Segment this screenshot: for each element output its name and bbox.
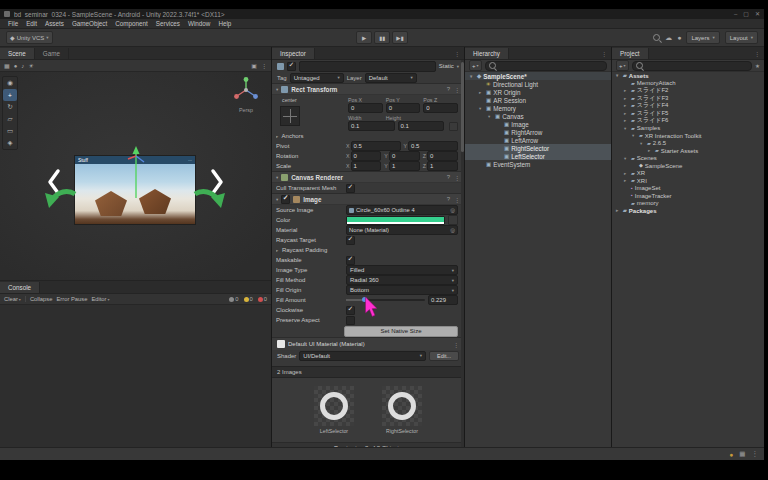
create-button[interactable]: +▾ xyxy=(616,60,629,71)
scale-field[interactable]: Z 1 xyxy=(423,161,458,171)
scale-field[interactable]: Y 1 xyxy=(384,161,419,171)
raycast-target-checkbox[interactable] xyxy=(346,236,355,245)
layout-dropdown[interactable]: Layout ▾ xyxy=(725,31,758,44)
foldout-icon[interactable]: ▸ xyxy=(624,88,629,93)
view-tool-icon[interactable]: ◉ xyxy=(3,77,17,89)
object-picker-icon[interactable]: ◎ xyxy=(450,227,455,233)
project-row[interactable]: ▸ ▰ スライドF2 xyxy=(612,87,764,95)
info-count-badge[interactable]: 0 xyxy=(229,296,238,302)
pause-button[interactable]: ▮▮ xyxy=(374,31,390,44)
error-count-badge[interactable]: 0 xyxy=(258,296,267,302)
create-button[interactable]: +▾ xyxy=(469,60,482,71)
help-icon[interactable]: ? xyxy=(447,196,450,203)
layers-dropdown[interactable]: Layers ▾ xyxy=(686,31,719,44)
grid-icon[interactable]: ▦ xyxy=(4,62,10,69)
lighting-toggle-icon[interactable]: ☀ xyxy=(28,62,33,69)
fill-method-dropdown[interactable]: Radial 360▾ xyxy=(346,275,458,285)
rect-tool-icon[interactable]: ▭ xyxy=(3,125,17,137)
console-log-area[interactable] xyxy=(0,305,271,447)
rotation-field[interactable]: X 0 xyxy=(346,151,381,161)
source-image-field[interactable]: Circle_60x60 Outline 4 ◎ xyxy=(346,205,458,215)
image-type-dropdown[interactable]: Filled▾ xyxy=(346,265,458,275)
tag-dropdown[interactable]: Untagged▾ xyxy=(290,73,344,83)
project-row[interactable]: ▾ ▰ Scenes xyxy=(612,155,764,163)
project-row[interactable]: ◆ SampleScene xyxy=(612,162,764,170)
maximize-icon[interactable]: ▢ xyxy=(743,9,749,19)
console-collapse-toggle[interactable]: Collapse xyxy=(30,296,53,302)
more-options-icon[interactable]: ⋮ xyxy=(453,341,459,348)
help-icon[interactable]: ? xyxy=(447,174,450,181)
foldout-icon[interactable]: ▸ xyxy=(276,134,278,139)
favorites-star-icon[interactable]: ★ xyxy=(755,63,760,69)
persp-label[interactable]: Persp xyxy=(229,107,263,113)
project-row[interactable]: ▸ ▰ XRI xyxy=(612,177,764,185)
anchor-preset-button[interactable] xyxy=(280,106,300,126)
material-preview-header[interactable]: Default UI Material (Material) ⋮ xyxy=(272,337,464,350)
gameobject-name-field[interactable] xyxy=(299,61,436,72)
cull-transparent-checkbox[interactable] xyxy=(346,184,355,193)
set-native-size-button[interactable]: Set Native Size xyxy=(344,326,458,337)
height-field[interactable]: 0.1 xyxy=(398,121,445,131)
pivot-field[interactable]: X 0.5 xyxy=(346,141,401,151)
image-component-header[interactable]: ▾ Image ?⋮ xyxy=(272,193,464,205)
project-row[interactable]: ▸ ▰ XR xyxy=(612,170,764,178)
shading-mode-icon[interactable]: ● xyxy=(14,63,18,69)
active-checkbox[interactable] xyxy=(287,62,296,71)
menu-item[interactable]: GameObject xyxy=(68,20,111,27)
project-row[interactable]: ▸ ▰ スライドF4 xyxy=(612,102,764,110)
more-options-icon[interactable]: ⋮ xyxy=(454,196,460,203)
foldout-icon[interactable]: ▾ xyxy=(624,126,629,131)
project-row[interactable]: ▸ ▰ Starter Assets xyxy=(612,147,764,155)
slider-handle[interactable] xyxy=(362,297,367,302)
foldout-icon[interactable]: ▾ xyxy=(640,141,645,146)
more-options-icon[interactable]: ⋮ xyxy=(454,86,460,93)
scale-tool-icon[interactable]: ▱ xyxy=(3,113,17,125)
console-clear-button[interactable]: Clear▾ xyxy=(4,296,21,302)
foldout-icon[interactable]: ▸ xyxy=(624,111,629,116)
object-picker-icon[interactable]: ◎ xyxy=(450,207,455,213)
pos-x-field[interactable]: 0 xyxy=(348,103,383,113)
progress-activity-icon[interactable]: ● xyxy=(729,451,733,458)
shader-edit-button[interactable]: Edit... xyxy=(429,351,459,361)
project-row[interactable]: ▾ ▰ 2.6.5 xyxy=(612,140,764,148)
preserve-aspect-checkbox[interactable] xyxy=(346,316,355,325)
hierarchy-row[interactable]: ▾ ▣ Canvas xyxy=(465,112,611,120)
fill-amount-value[interactable]: 0.229 xyxy=(428,295,458,305)
foldout-icon[interactable]: ▸ xyxy=(624,171,629,176)
shader-dropdown[interactable]: UI/Default▾ xyxy=(299,351,426,361)
hierarchy-row[interactable]: ▣ LeftArrow xyxy=(465,136,611,144)
fill-origin-dropdown[interactable]: Bottom▾ xyxy=(346,285,458,295)
pos-z-field[interactable]: 0 xyxy=(423,103,458,113)
maskable-checkbox[interactable] xyxy=(346,256,355,265)
hierarchy-search-input[interactable] xyxy=(485,61,607,71)
help-icon[interactable]: ? xyxy=(447,86,450,93)
foldout-icon[interactable]: ▾ xyxy=(488,114,493,119)
warning-count-badge[interactable]: 0 xyxy=(244,296,253,302)
foldout-icon[interactable]: ▸ xyxy=(624,103,629,108)
rotate-tool-icon[interactable]: ↻ xyxy=(3,101,17,113)
eyedropper-icon[interactable] xyxy=(448,215,458,225)
move-gizmo[interactable] xyxy=(126,146,152,204)
project-row[interactable]: ▰ memory xyxy=(612,200,764,208)
menu-item[interactable]: Help xyxy=(214,20,235,27)
menu-item[interactable]: Assets xyxy=(41,20,68,27)
more-options-icon[interactable]: ⋮ xyxy=(454,174,460,181)
foldout-icon[interactable]: ▾ xyxy=(632,133,637,138)
tab-project[interactable]: Project xyxy=(612,48,649,59)
search-icon[interactable] xyxy=(653,34,660,41)
canvas-renderer-header[interactable]: ▾ Canvas Renderer ?⋮ xyxy=(272,171,464,183)
project-row[interactable]: ▾ ▰ Assets xyxy=(612,72,764,80)
account-icon[interactable]: ● xyxy=(677,34,681,41)
foldout-icon[interactable]: ▾ xyxy=(276,175,278,180)
foldout-icon[interactable]: ▸ xyxy=(648,148,653,153)
hierarchy-row[interactable]: ▣ RightSelector xyxy=(465,144,611,152)
menu-item[interactable]: Component xyxy=(111,20,152,27)
hierarchy-row[interactable]: ▸ ▣ XR Origin xyxy=(465,88,611,96)
hierarchy-row[interactable]: ▾ ▣ Memory xyxy=(465,104,611,112)
hierarchy-row[interactable]: ▣ EventSystem xyxy=(465,160,611,168)
console-error-pause-toggle[interactable]: Error Pause xyxy=(56,296,87,302)
foldout-icon[interactable]: ▸ xyxy=(479,90,484,95)
foldout-icon[interactable]: ▾ xyxy=(616,73,621,78)
foldout-icon[interactable]: ▸ xyxy=(276,248,278,253)
foldout-icon[interactable]: ▾ xyxy=(470,74,475,79)
